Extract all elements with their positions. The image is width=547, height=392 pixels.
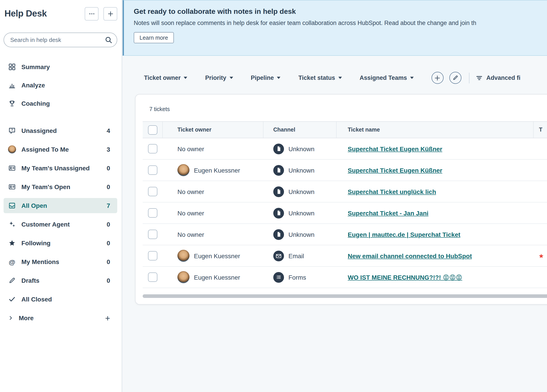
column-header-ticket-name[interactable]: Ticket name xyxy=(348,127,380,133)
channel-label: Forms xyxy=(288,274,306,281)
create-view-button[interactable] xyxy=(103,7,117,20)
search-box xyxy=(4,33,117,47)
filter-pipeline[interactable]: Pipeline xyxy=(251,75,281,81)
channel-label: Email xyxy=(288,252,304,259)
sidebar-item-label: Analyze xyxy=(21,82,45,89)
chevron-down-icon xyxy=(229,77,233,79)
filter-priority[interactable]: Priority xyxy=(205,75,233,81)
sidebar-item-label: My Team's Unassigned xyxy=(21,165,90,172)
column-header-ticket-owner[interactable]: Ticket owner xyxy=(178,127,211,133)
sidebar-item-label: Following xyxy=(21,240,51,247)
select-all-checkbox[interactable] xyxy=(148,125,157,134)
filter-label: Ticket status xyxy=(299,75,335,81)
edit-filters-button[interactable] xyxy=(449,72,461,84)
ticket-name-link[interactable]: Superchat Ticket Eugen Küßner xyxy=(348,166,442,174)
column-header-channel[interactable]: Channel xyxy=(273,127,295,133)
column-header-ticket-status[interactable]: T xyxy=(539,127,542,133)
ticket-name-link[interactable]: Superchat Ticket - Jan Jani xyxy=(348,209,428,217)
learn-more-button[interactable]: Learn more xyxy=(134,32,174,43)
sparkles-icon xyxy=(8,221,16,228)
search-input[interactable] xyxy=(4,33,117,47)
table-row: Eugen Kuessner Unknown Superchat Ticket … xyxy=(143,160,547,181)
tickets-count: 7 tickets xyxy=(149,106,547,112)
ellipsis-icon xyxy=(89,10,95,17)
table-row: Eugen Kuessner Email New email channel c… xyxy=(143,245,547,267)
sidebar-item-label: Summary xyxy=(21,63,50,70)
sidebar-view-team-unassigned[interactable]: My Team's Unassigned 0 xyxy=(4,161,117,176)
channel-label: Unknown xyxy=(288,166,315,174)
sidebar-item-label: Customer Agent xyxy=(21,221,70,228)
notes-banner: Get ready to collaborate with notes in h… xyxy=(123,0,547,56)
filter-ticket-owner[interactable]: Ticket owner xyxy=(144,75,187,81)
ticket-name-link[interactable]: Eugen | mauttec.de | Superchat Ticket xyxy=(348,231,460,238)
sidebar-view-all-closed[interactable]: All Closed xyxy=(4,292,117,307)
filter-label: Ticket owner xyxy=(144,75,181,81)
chevron-down-icon xyxy=(410,77,414,79)
sidebar-item-label: Drafts xyxy=(21,277,40,284)
ticket-name-link[interactable]: Superchat Ticket Eugen Küßner xyxy=(348,145,442,152)
sidebar-item-summary[interactable]: Summary xyxy=(4,59,117,75)
chat-question-icon: ? xyxy=(8,127,16,134)
star-icon xyxy=(8,240,16,247)
sidebar-view-unassigned[interactable]: ? Unassigned 4 xyxy=(4,123,117,138)
table-row: No owner Unknown Superchat Ticket - Jan … xyxy=(143,202,547,224)
filter-ticket-status[interactable]: Ticket status xyxy=(299,75,342,81)
row-checkbox[interactable] xyxy=(148,251,157,261)
sidebar-item-coaching[interactable]: Coaching xyxy=(4,96,117,111)
filter-label: Priority xyxy=(205,75,226,81)
table-row: No owner Unknown Superchat Ticket Eugen … xyxy=(143,138,547,160)
ticket-name-link[interactable]: New email channel connected to HubSpot xyxy=(348,252,472,259)
avatar xyxy=(178,271,190,283)
advanced-filters-button[interactable]: Advanced fi xyxy=(476,74,520,81)
chevron-right-icon xyxy=(8,315,13,321)
row-checkbox[interactable] xyxy=(148,230,157,239)
chevron-down-icon xyxy=(277,77,281,79)
pencil-icon xyxy=(452,75,458,81)
ticket-owner: No owner xyxy=(178,231,204,238)
banner-title: Get ready to collaborate with notes in h… xyxy=(134,7,547,16)
add-view-plus-icon[interactable]: + xyxy=(105,314,110,322)
channel-forms-icon xyxy=(273,272,284,282)
sidebar-item-label: Coaching xyxy=(21,100,50,107)
sidebar-view-drafts[interactable]: Drafts 0 xyxy=(4,273,117,288)
chevron-down-icon xyxy=(184,77,187,79)
sidebar-view-assigned-to-me[interactable]: Assigned To Me 3 xyxy=(4,142,117,157)
sidebar-item-analyze[interactable]: Analyze xyxy=(4,78,117,93)
sidebar-view-following[interactable]: Following 0 xyxy=(4,235,117,251)
sidebar: Help Desk xyxy=(0,0,122,392)
sidebar-view-my-mentions[interactable]: @ My Mentions 0 xyxy=(4,254,117,269)
more-options-button[interactable] xyxy=(85,7,98,20)
row-checkbox[interactable] xyxy=(148,144,157,153)
add-filter-button[interactable] xyxy=(431,72,444,84)
ticket-owner: No owner xyxy=(178,188,204,195)
row-checkbox[interactable] xyxy=(148,187,157,196)
sidebar-view-customer-agent[interactable]: Customer Agent 0 xyxy=(4,217,117,232)
id-card-icon xyxy=(8,165,16,172)
user-avatar xyxy=(8,145,16,153)
view-count: 0 xyxy=(107,258,110,265)
sidebar-view-all-open[interactable]: All Open 7 xyxy=(4,198,117,213)
sidebar-item-label: All Open xyxy=(21,202,47,209)
ticket-name-link[interactable]: Superchat Ticket unglück lich xyxy=(348,188,436,195)
filter-assigned-teams[interactable]: Assigned Teams xyxy=(360,75,414,81)
row-checkbox[interactable] xyxy=(148,165,157,175)
ticket-name-link[interactable]: WO IST MEINE RECHNUNG?!?! 😡😡😡 xyxy=(348,274,462,281)
view-count: 0 xyxy=(107,277,110,284)
row-checkbox[interactable] xyxy=(148,273,157,282)
plus-icon xyxy=(107,10,113,17)
channel-unknown-icon xyxy=(273,229,284,240)
view-count: 0 xyxy=(107,183,110,190)
scrollbar-thumb[interactable] xyxy=(143,294,547,298)
view-count: 4 xyxy=(107,127,110,134)
avatar xyxy=(178,250,190,262)
ticket-owner: Eugen Kuessner xyxy=(194,252,240,259)
filter-lines-icon xyxy=(476,74,483,81)
row-checkbox[interactable] xyxy=(148,208,157,218)
sidebar-more[interactable]: More + xyxy=(4,310,117,326)
svg-text:?: ? xyxy=(11,128,13,132)
sidebar-view-team-open[interactable]: My Team's Open 0 xyxy=(4,179,117,194)
filter-label: Assigned Teams xyxy=(360,75,407,81)
filter-bar: Ticket owner Priority Pipeline Ticket st… xyxy=(144,72,547,84)
sidebar-item-label: My Team's Open xyxy=(21,183,70,190)
advanced-filters-label: Advanced fi xyxy=(486,75,520,81)
